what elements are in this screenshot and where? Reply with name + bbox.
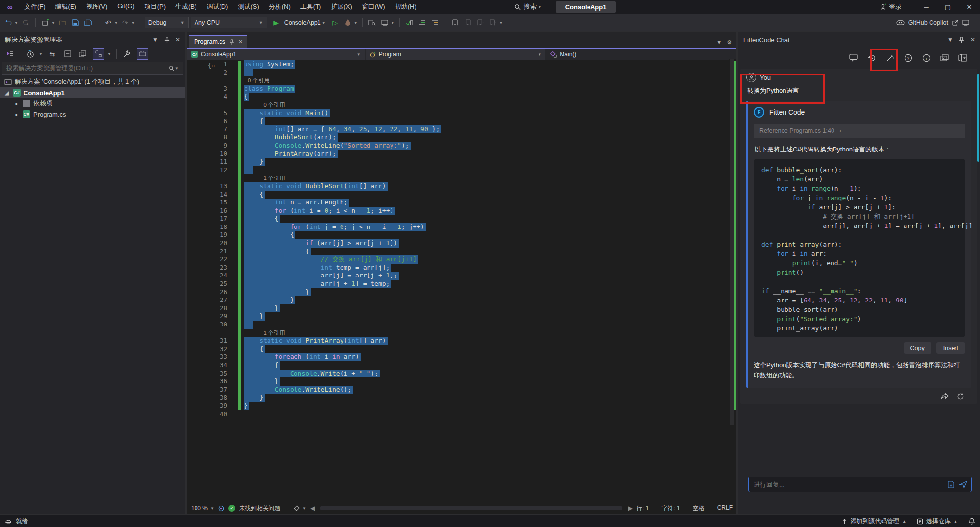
platform-dropdown[interactable]: Any CPU▼ — [191, 17, 267, 28]
solution-platforms-icon[interactable] — [380, 17, 391, 28]
tab-list-icon[interactable]: ▼ — [716, 39, 722, 46]
wrench-icon[interactable] — [122, 49, 132, 59]
problems-status[interactable]: 未找到相关问题 — [239, 504, 280, 513]
menu-item[interactable]: 生成(B) — [171, 0, 201, 14]
code-line[interactable]: 1using System; — [187, 60, 736, 69]
code-line[interactable]: 16⌄ for (int i = 0; i < n - 1; i++) — [187, 207, 736, 215]
codelens-references[interactable]: 0 个引用 — [244, 101, 285, 109]
code-line[interactable]: 18⌄ for (int j = 0; j < n - i - 1; j++) — [187, 223, 736, 231]
solution-search[interactable]: ▼ — [2, 62, 183, 75]
fold-chevron-icon[interactable]: ⌄ — [227, 353, 244, 361]
menu-item[interactable]: 窗口(W) — [357, 0, 390, 14]
start-without-debugging-icon[interactable]: ▷ — [330, 17, 341, 28]
hot-reload-icon[interactable] — [343, 17, 353, 28]
indentation-mode[interactable]: 空格 — [693, 504, 705, 513]
close-icon[interactable]: ✕ — [970, 36, 975, 43]
reference-chip[interactable]: Reference Program.cs 1:40 › — [754, 124, 965, 138]
code-line[interactable]: 27 } — [187, 296, 736, 304]
code-line[interactable]: 22 // 交换 arr[j] 和 arr[j+1] — [187, 255, 736, 264]
code-line[interactable]: 29 } — [187, 312, 736, 321]
chat-reply-input[interactable] — [753, 480, 947, 489]
regenerate-icon[interactable] — [957, 393, 964, 400]
code-line[interactable]: 14 { — [187, 191, 736, 199]
menu-item[interactable]: 编辑(E) — [50, 0, 81, 14]
codelens-references[interactable]: 1 个引用 — [244, 329, 285, 337]
select-repository-button[interactable]: 选择仓库 ▲ — [917, 517, 957, 526]
code-line[interactable]: 19 { — [187, 231, 736, 239]
fold-chevron-icon[interactable]: ⌄ — [227, 182, 244, 191]
code-line[interactable]: 36 } — [187, 377, 736, 386]
breadcrumb-member[interactable]: Main() — [546, 49, 735, 60]
code-line[interactable]: 32 { — [187, 345, 736, 353]
history-icon[interactable] — [867, 53, 877, 63]
code-line[interactable]: 38 } — [187, 394, 736, 402]
code-line[interactable]: 35 Console.Write(i + " "); — [187, 370, 736, 378]
scrollbar-thumb[interactable] — [730, 59, 734, 425]
code-line[interactable]: 26 } — [187, 288, 736, 297]
fold-chevron-icon[interactable]: ⌄ — [227, 337, 244, 345]
menu-item[interactable]: 文件(F) — [20, 0, 50, 14]
codelens-row[interactable]: 1 个引用 — [187, 174, 736, 182]
code-line[interactable]: 37 Console.WriteLine(); — [187, 386, 736, 394]
save-icon[interactable] — [70, 17, 81, 28]
code-line[interactable]: 28 } — [187, 304, 736, 313]
code-line[interactable]: 10 PrintArray(arr); — [187, 150, 736, 158]
menu-item[interactable]: 工具(T) — [295, 0, 326, 14]
sync-with-active-document-icon[interactable] — [93, 48, 104, 60]
copilot-button[interactable]: GitHub Copilot — [896, 14, 969, 31]
add-to-source-control-button[interactable]: 添加到源代码管理 ▲ — [842, 517, 906, 526]
pin-icon[interactable] — [959, 37, 964, 43]
code-line[interactable]: 5⌄ static void Main() — [187, 109, 736, 118]
line-indent-icon[interactable] — [417, 17, 428, 28]
gear-icon[interactable]: ⚙ — [727, 39, 732, 46]
code-line[interactable]: 6 { — [187, 117, 736, 125]
code-line[interactable]: 8 BubbleSort(arr); — [187, 133, 736, 142]
zoom-level[interactable]: 100 % — [191, 505, 208, 512]
close-icon[interactable]: ✕ — [175, 36, 180, 43]
codelens-row[interactable]: 0 个引用 — [187, 76, 736, 85]
menu-item[interactable]: 测试(S) — [233, 0, 264, 14]
magic-wand-icon[interactable] — [885, 53, 895, 63]
chat-scrollbar-thumb[interactable] — [977, 74, 979, 162]
minimize-button[interactable]: ─ — [915, 0, 937, 14]
caret-line[interactable]: 行: 1 — [637, 504, 649, 513]
open-file-icon[interactable] — [57, 17, 68, 28]
health-indicator-icon[interactable] — [218, 505, 224, 512]
editor-vertical-scrollbar[interactable] — [729, 59, 736, 501]
code-line[interactable]: 12 — [187, 166, 736, 175]
new-chat-icon[interactable] — [849, 53, 858, 63]
copy-button[interactable]: Copy — [904, 342, 931, 354]
codelens-row[interactable]: 0 个引用 — [187, 101, 736, 109]
attach-file-icon[interactable] — [947, 481, 955, 488]
switch-views-icon[interactable] — [4, 49, 15, 59]
code-line[interactable]: 20⌄ if (arr[j] > arr[j + 1]) — [187, 239, 736, 248]
insert-button[interactable]: Insert — [936, 342, 965, 354]
fold-chevron-icon[interactable]: ⌄ — [227, 207, 244, 215]
menu-item[interactable]: Git(G) — [112, 0, 139, 14]
start-debugging-button[interactable]: ▶ ConsoleApp1 ▼ — [269, 17, 328, 28]
code-line[interactable]: 21 { — [187, 248, 736, 256]
sync-namespaces-icon[interactable]: ⇆ — [47, 49, 58, 59]
close-button[interactable]: ✕ — [958, 0, 980, 14]
preview-selected-items-icon[interactable] — [137, 48, 148, 60]
redo-icon[interactable]: ↷ — [120, 17, 131, 28]
navigate-forward-icon[interactable]: ⮎ — [20, 17, 31, 28]
menu-item[interactable]: 调试(D) — [201, 0, 233, 14]
notifications-bell-icon[interactable] — [968, 518, 975, 525]
chevron-collapsed-icon[interactable]: ▸ — [14, 101, 20, 106]
solution-search-input[interactable] — [2, 65, 165, 72]
find-in-files-icon[interactable] — [367, 17, 378, 28]
scroll-right-icon[interactable]: ▶ — [628, 505, 633, 512]
info-icon[interactable]: i — [921, 53, 931, 63]
tree-item-solution[interactable]: 解决方案 'ConsoleApp1' (1 个项目，共 1 个) — [0, 76, 185, 87]
window-position-icon[interactable]: ▼ — [947, 36, 953, 43]
horizontal-scrollbar[interactable] — [320, 506, 622, 510]
menu-item[interactable]: 扩展(X) — [326, 0, 357, 14]
codelens-references[interactable]: 0 个引用 — [244, 76, 270, 85]
codelens-references[interactable]: 1 个引用 — [244, 174, 285, 182]
feedback-icon[interactable] — [962, 20, 969, 26]
line-ending[interactable]: CRLF — [717, 504, 733, 513]
navigate-back-icon[interactable]: ⮌ — [3, 17, 14, 28]
help-icon[interactable]: ? — [903, 53, 913, 63]
code-line[interactable]: 4{ — [187, 93, 736, 101]
